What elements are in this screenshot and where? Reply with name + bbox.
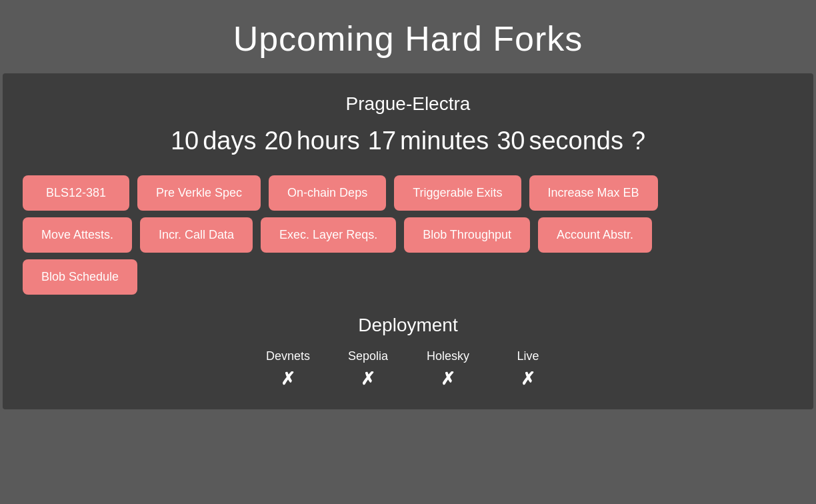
- deployment-row: ✗ ✗ ✗ ✗: [265, 369, 551, 389]
- minutes-number: 17: [368, 127, 396, 155]
- main-content: Prague-Electra 10 days 20 hours 17 minut…: [3, 73, 813, 409]
- eip-calldata-button[interactable]: Incr. Call Data: [140, 217, 253, 253]
- eips-row-2: Move Attests. Incr. Call Data Exec. Laye…: [23, 217, 793, 253]
- header-holesky: Holesky: [425, 349, 471, 363]
- countdown-question: ?: [631, 127, 645, 155]
- deployment-title: Deployment: [23, 315, 793, 336]
- page-title: Upcoming Hard Forks: [0, 19, 816, 59]
- page-header: Upcoming Hard Forks: [0, 0, 816, 73]
- status-sepolia: ✗: [345, 369, 391, 389]
- eip-onchain-button[interactable]: On-chain Deps: [269, 175, 386, 211]
- eips-row-1: BLS12-381 Pre Verkle Spec On-chain Deps …: [23, 175, 793, 211]
- hours-label: hours: [297, 127, 360, 155]
- eip-account-button[interactable]: Account Abstr.: [538, 217, 652, 253]
- eips-row-3: Blob Schedule: [23, 259, 793, 295]
- status-holesky: ✗: [425, 369, 471, 389]
- eip-maxeb-button[interactable]: Increase Max EB: [529, 175, 658, 211]
- hours-number: 20: [264, 127, 292, 155]
- days-label: days: [203, 127, 256, 155]
- status-devnets: ✗: [265, 369, 311, 389]
- eip-attests-button[interactable]: Move Attests.: [23, 217, 132, 253]
- deployment-headers: Devnets Sepolia Holesky Live: [265, 349, 551, 363]
- deployment-table: Devnets Sepolia Holesky Live ✗ ✗ ✗ ✗: [265, 349, 551, 389]
- eip-verkle-button[interactable]: Pre Verkle Spec: [137, 175, 261, 211]
- fork-name: Prague-Electra: [23, 93, 793, 115]
- header-sepolia: Sepolia: [345, 349, 391, 363]
- header-devnets: Devnets: [265, 349, 311, 363]
- minutes-label: minutes: [400, 127, 489, 155]
- eip-blobsched-button[interactable]: Blob Schedule: [23, 259, 137, 295]
- deployment-section: Deployment Devnets Sepolia Holesky Live …: [23, 315, 793, 389]
- eip-exits-button[interactable]: Triggerable Exits: [394, 175, 521, 211]
- eip-layer-button[interactable]: Exec. Layer Reqs.: [261, 217, 396, 253]
- countdown: 10 days 20 hours 17 minutes 30 seconds ?: [23, 127, 793, 155]
- seconds-label: seconds: [529, 127, 623, 155]
- eip-bls12-button[interactable]: BLS12-381: [23, 175, 129, 211]
- status-live: ✗: [505, 369, 551, 389]
- eip-blob-button[interactable]: Blob Throughput: [404, 217, 530, 253]
- fork-section: Prague-Electra 10 days 20 hours 17 minut…: [23, 93, 793, 295]
- days-number: 10: [171, 127, 199, 155]
- seconds-number: 30: [497, 127, 525, 155]
- header-live: Live: [505, 349, 551, 363]
